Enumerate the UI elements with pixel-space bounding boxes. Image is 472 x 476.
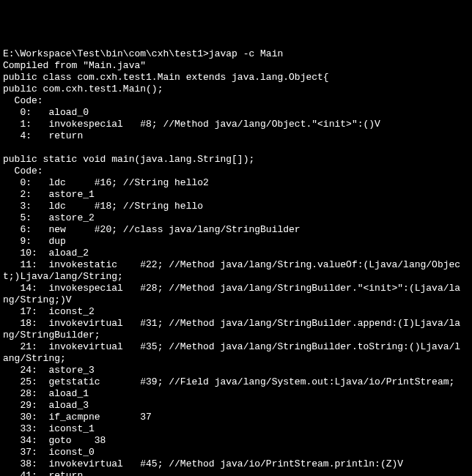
terminal-line: 28: aload_1 [3,388,469,400]
terminal-line: 0: aload_0 [3,107,469,119]
terminal-line: ng/String;)V [3,294,469,306]
terminal-line: 2: astore_1 [3,189,469,201]
terminal-line: 10: aload_2 [3,248,469,259]
terminal-line: Code: [3,95,469,107]
terminal-line: public static void main(java.lang.String… [3,154,469,166]
terminal-line: 14: invokespecial #28; //Method java/lan… [3,283,469,294]
terminal-line: 18: invokevirtual #31; //Method java/lan… [3,318,469,330]
terminal-line: 11: invokestatic #22; //Method java/lang… [3,259,469,271]
terminal-line: Code: [3,166,469,177]
terminal-line: 6: new #20; //class java/lang/StringBuil… [3,224,469,236]
terminal-line: t;)Ljava/lang/String; [3,271,469,283]
terminal-line [3,142,469,154]
terminal-line: 33: iconst_1 [3,423,469,435]
terminal-line: 0: ldc #16; //String hello2 [3,177,469,189]
terminal-line: ang/String; [3,353,469,365]
terminal-line: public com.cxh.test1.Main(); [3,83,469,95]
terminal-line: public class com.cxh.test1.Main extends … [3,72,469,83]
terminal-line: 17: iconst_2 [3,306,469,318]
terminal-line: 1: invokespecial #8; //Method java/lang/… [3,119,469,130]
terminal-line: 41: return [3,470,469,476]
terminal-line: 9: dup [3,236,469,248]
terminal-line: 37: iconst_0 [3,447,469,458]
terminal-line: 29: aload_3 [3,400,469,412]
terminal-line: 24: astore_3 [3,365,469,376]
terminal-output: E:\Workspace\Test\bin\com\cxh\test1>java… [0,47,472,476]
terminal-line: 3: ldc #18; //String hello [3,201,469,212]
terminal-line: 38: invokevirtual #45; //Method java/io/… [3,458,469,470]
terminal-line: 5: astore_2 [3,212,469,224]
terminal-line: Compiled from "Main.java" [3,60,469,72]
terminal-line: 25: getstatic #39; //Field java/lang/Sys… [3,376,469,388]
terminal-line: E:\Workspace\Test\bin\com\cxh\test1>java… [3,48,469,60]
terminal-line: 4: return [3,130,469,142]
terminal-line: 34: goto 38 [3,435,469,447]
terminal-line: 30: if_acmpne 37 [3,412,469,423]
terminal-line: 21: invokevirtual #35; //Method java/lan… [3,341,469,353]
terminal-line: ng/StringBuilder; [3,330,469,341]
